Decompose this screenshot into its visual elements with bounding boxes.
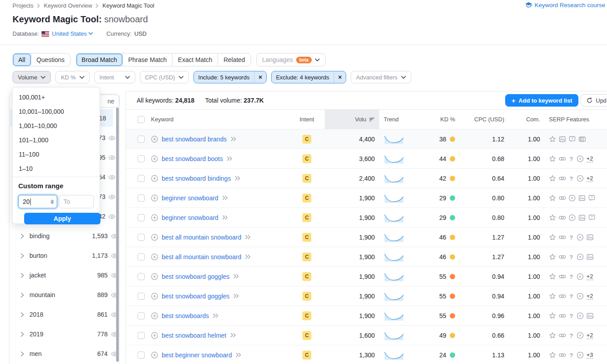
add-keyword-icon[interactable] [151, 194, 158, 202]
exclude-filter-chip[interactable]: Exclude: 4 keywords × [271, 71, 346, 83]
breadcrumb-item[interactable]: Keyword Overview [44, 2, 92, 9]
row-checkbox[interactable] [138, 234, 145, 241]
add-keyword-icon[interactable] [151, 293, 158, 300]
sidebar-group-men[interactable]: men674 [10, 344, 124, 364]
serp-more-link[interactable]: +3 [586, 352, 593, 359]
stepper-up-icon[interactable] [50, 199, 54, 202]
close-icon[interactable]: × [334, 71, 346, 83]
breadcrumb-item[interactable]: Projects [13, 2, 33, 9]
chevron-right-icon[interactable] [21, 352, 24, 356]
keyword-research-course-link[interactable]: Keyword Research course [525, 2, 605, 8]
keyword-link[interactable]: beginner snowboard [162, 194, 218, 202]
volume-range-option[interactable]: 10,001–100,000 [13, 104, 100, 119]
sidebar-group-mountain[interactable]: mountain889 [10, 285, 124, 305]
row-checkbox[interactable] [138, 293, 145, 300]
open-keyword-icon[interactable] [222, 215, 228, 220]
row-checkbox[interactable] [138, 194, 145, 202]
sidebar-group-binding[interactable]: binding1,593 [10, 226, 124, 246]
add-keyword-icon[interactable] [151, 273, 158, 280]
number-stepper[interactable] [50, 199, 54, 204]
eye-icon[interactable] [108, 174, 116, 180]
row-checkbox[interactable] [138, 175, 145, 182]
row-checkbox[interactable] [138, 273, 145, 280]
sidebar-group-burton[interactable]: burton1,173 [10, 246, 124, 265]
column-header-volume[interactable]: Volu [325, 110, 379, 129]
open-keyword-icon[interactable] [213, 313, 219, 318]
database-selector[interactable]: United States [52, 30, 93, 37]
tab-exact-match[interactable]: Exact Match [172, 54, 218, 66]
add-keyword-icon[interactable] [151, 332, 158, 339]
stepper-down-icon[interactable] [50, 202, 54, 204]
open-keyword-icon[interactable] [245, 235, 251, 240]
open-keyword-icon[interactable] [222, 195, 228, 200]
keyword-link[interactable]: best beginner snowboard [162, 352, 232, 359]
keyword-link[interactable]: best snowboard bindings [162, 175, 231, 182]
close-icon[interactable]: × [254, 71, 266, 83]
update-button[interactable]: Upd [581, 94, 607, 107]
add-keyword-icon[interactable] [151, 136, 158, 143]
row-checkbox[interactable] [138, 352, 145, 359]
tab-questions[interactable]: Questions [31, 54, 70, 66]
volume-filter-button[interactable]: Volume [13, 71, 51, 83]
chevron-right-icon[interactable] [21, 312, 24, 317]
volume-range-option[interactable]: 100,001+ [13, 90, 100, 104]
open-keyword-icon[interactable] [233, 294, 239, 298]
tab-all[interactable]: All [13, 54, 31, 66]
serp-more-link[interactable]: +2 [586, 175, 593, 182]
row-checkbox[interactable] [138, 312, 145, 319]
row-checkbox[interactable] [138, 214, 145, 221]
open-keyword-icon[interactable] [235, 352, 242, 357]
chevron-right-icon[interactable] [21, 293, 24, 298]
select-all-checkbox[interactable] [138, 116, 145, 123]
custom-range-to-input[interactable]: To [59, 195, 94, 208]
keyword-link[interactable]: beginner snowboard [162, 214, 218, 221]
open-keyword-icon[interactable] [230, 136, 237, 141]
add-keyword-icon[interactable] [151, 214, 158, 221]
eye-icon[interactable] [108, 194, 116, 200]
eye-icon[interactable] [108, 155, 116, 161]
row-checkbox[interactable] [138, 136, 145, 143]
sidebar-group-2018[interactable]: 2018861 [10, 305, 124, 324]
kd-filter-button[interactable]: KD % [55, 71, 89, 83]
custom-range-from-input[interactable]: 20 [18, 195, 57, 208]
keyword-link[interactable]: best snowboard goggles [162, 273, 230, 280]
sidebar-scrollbar[interactable] [116, 108, 119, 362]
keyword-link[interactable]: best snowboard boots [162, 155, 223, 162]
serp-more-link[interactable]: +2 [586, 273, 593, 280]
open-keyword-icon[interactable] [226, 156, 233, 161]
volume-range-option[interactable]: 1,001–10,000 [13, 119, 100, 133]
sidebar-group-2019[interactable]: 2019778 [10, 324, 124, 344]
cpc-filter-button[interactable]: CPC (USD) [140, 71, 189, 83]
tab-related[interactable]: Related [218, 54, 250, 66]
eye-icon[interactable] [108, 135, 116, 141]
chevron-right-icon[interactable] [21, 332, 24, 337]
column-header-cpc[interactable]: CPC (USD) [474, 116, 504, 123]
add-keyword-icon[interactable] [151, 155, 158, 162]
column-header-com[interactable]: Com. [526, 116, 540, 123]
row-checkbox[interactable] [138, 253, 145, 261]
add-keyword-icon[interactable] [151, 352, 158, 359]
volume-range-option[interactable]: 11–100 [13, 147, 100, 161]
add-keyword-icon[interactable] [151, 234, 158, 241]
add-to-keyword-list-button[interactable]: + Add to keyword list [505, 94, 578, 107]
tab-phrase-match[interactable]: Phrase Match [122, 54, 172, 66]
open-keyword-icon[interactable] [233, 274, 239, 279]
serp-more-link[interactable]: +2 [586, 293, 593, 300]
volume-range-option[interactable]: 1–10 [13, 161, 100, 176]
keyword-link[interactable]: best all mountain snowboard [162, 234, 241, 241]
open-keyword-icon[interactable] [230, 333, 236, 338]
open-keyword-icon[interactable] [234, 176, 241, 181]
volume-range-option[interactable]: 101–1,000 [13, 133, 100, 147]
include-filter-chip[interactable]: Include: 5 keywords × [193, 71, 267, 83]
breadcrumb-item[interactable]: Keyword Magic Tool [102, 2, 154, 9]
keyword-link[interactable]: best snowboards [162, 312, 209, 319]
column-header-kd[interactable]: KD % [440, 116, 455, 123]
row-checkbox[interactable] [138, 332, 145, 339]
chevron-right-icon[interactable] [21, 234, 24, 239]
serp-more-link[interactable]: +2 [586, 155, 593, 162]
keyword-link[interactable]: best snowboard goggles [162, 293, 230, 300]
sidebar-group-jacket[interactable]: jacket985 [10, 265, 124, 285]
keyword-link[interactable]: best all mountain snowboard [162, 253, 241, 261]
add-keyword-icon[interactable] [151, 312, 158, 319]
eye-icon[interactable] [108, 214, 116, 219]
